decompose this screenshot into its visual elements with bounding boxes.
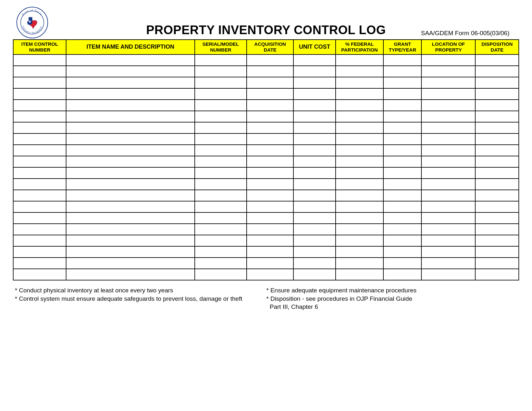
table-cell[interactable] — [421, 167, 475, 179]
table-cell[interactable] — [421, 246, 475, 258]
table-cell[interactable] — [475, 88, 519, 100]
table-cell[interactable] — [247, 88, 293, 100]
table-cell[interactable] — [247, 190, 293, 201]
table-cell[interactable] — [383, 235, 421, 246]
table-cell[interactable] — [293, 258, 336, 269]
table-cell[interactable] — [293, 235, 336, 246]
table-cell[interactable] — [66, 179, 194, 190]
table-cell[interactable] — [336, 235, 383, 246]
table-cell[interactable] — [336, 201, 383, 212]
table-cell[interactable] — [475, 66, 519, 77]
table-cell[interactable] — [195, 111, 247, 122]
table-cell[interactable] — [383, 179, 421, 190]
table-cell[interactable] — [475, 77, 519, 88]
table-cell[interactable] — [66, 258, 194, 269]
table-cell[interactable] — [66, 224, 194, 235]
table-cell[interactable] — [336, 212, 383, 224]
table-cell[interactable] — [421, 54, 475, 66]
table-cell[interactable] — [475, 246, 519, 258]
table-cell[interactable] — [421, 201, 475, 212]
table-cell[interactable] — [475, 145, 519, 156]
table-cell[interactable] — [13, 212, 66, 224]
table-cell[interactable] — [247, 179, 293, 190]
table-cell[interactable] — [247, 100, 293, 111]
table-cell[interactable] — [383, 122, 421, 133]
table-cell[interactable] — [475, 212, 519, 224]
table-cell[interactable] — [195, 246, 247, 258]
table-cell[interactable] — [336, 133, 383, 145]
table-cell[interactable] — [475, 235, 519, 246]
table-cell[interactable] — [247, 224, 293, 235]
table-cell[interactable] — [383, 167, 421, 179]
table-cell[interactable] — [421, 190, 475, 201]
table-cell[interactable] — [195, 258, 247, 269]
table-cell[interactable] — [383, 88, 421, 100]
table-cell[interactable] — [66, 77, 194, 88]
table-cell[interactable] — [421, 224, 475, 235]
table-cell[interactable] — [383, 133, 421, 145]
table-cell[interactable] — [383, 269, 421, 280]
table-cell[interactable] — [336, 145, 383, 156]
table-cell[interactable] — [421, 145, 475, 156]
table-cell[interactable] — [13, 224, 66, 235]
table-cell[interactable] — [13, 179, 66, 190]
table-cell[interactable] — [195, 100, 247, 111]
table-cell[interactable] — [383, 258, 421, 269]
table-cell[interactable] — [13, 100, 66, 111]
table-cell[interactable] — [383, 212, 421, 224]
table-cell[interactable] — [247, 66, 293, 77]
table-cell[interactable] — [383, 77, 421, 88]
table-cell[interactable] — [421, 100, 475, 111]
table-cell[interactable] — [195, 54, 247, 66]
table-cell[interactable] — [421, 88, 475, 100]
table-cell[interactable] — [293, 66, 336, 77]
table-cell[interactable] — [195, 77, 247, 88]
table-cell[interactable] — [247, 167, 293, 179]
table-cell[interactable] — [66, 235, 194, 246]
table-cell[interactable] — [66, 111, 194, 122]
table-cell[interactable] — [195, 88, 247, 100]
table-cell[interactable] — [421, 212, 475, 224]
table-cell[interactable] — [383, 246, 421, 258]
table-cell[interactable] — [421, 111, 475, 122]
table-cell[interactable] — [13, 246, 66, 258]
table-cell[interactable] — [475, 224, 519, 235]
table-cell[interactable] — [247, 54, 293, 66]
table-cell[interactable] — [475, 54, 519, 66]
table-cell[interactable] — [293, 77, 336, 88]
table-cell[interactable] — [195, 156, 247, 167]
table-cell[interactable] — [383, 100, 421, 111]
table-cell[interactable] — [13, 77, 66, 88]
table-cell[interactable] — [247, 258, 293, 269]
table-cell[interactable] — [195, 224, 247, 235]
table-cell[interactable] — [421, 66, 475, 77]
table-cell[interactable] — [383, 54, 421, 66]
table-cell[interactable] — [421, 179, 475, 190]
table-cell[interactable] — [66, 167, 194, 179]
table-cell[interactable] — [13, 201, 66, 212]
table-cell[interactable] — [66, 133, 194, 145]
table-cell[interactable] — [66, 269, 194, 280]
table-cell[interactable] — [195, 269, 247, 280]
table-cell[interactable] — [293, 122, 336, 133]
table-cell[interactable] — [383, 66, 421, 77]
table-cell[interactable] — [475, 269, 519, 280]
table-cell[interactable] — [66, 190, 194, 201]
table-cell[interactable] — [336, 167, 383, 179]
table-cell[interactable] — [13, 156, 66, 167]
table-cell[interactable] — [293, 111, 336, 122]
table-cell[interactable] — [421, 133, 475, 145]
table-cell[interactable] — [421, 156, 475, 167]
table-cell[interactable] — [13, 133, 66, 145]
table-cell[interactable] — [13, 190, 66, 201]
table-cell[interactable] — [336, 190, 383, 201]
table-cell[interactable] — [13, 235, 66, 246]
table-cell[interactable] — [475, 190, 519, 201]
table-cell[interactable] — [195, 145, 247, 156]
table-cell[interactable] — [475, 258, 519, 269]
table-cell[interactable] — [195, 167, 247, 179]
table-cell[interactable] — [195, 190, 247, 201]
table-cell[interactable] — [247, 122, 293, 133]
table-cell[interactable] — [247, 235, 293, 246]
table-cell[interactable] — [247, 133, 293, 145]
